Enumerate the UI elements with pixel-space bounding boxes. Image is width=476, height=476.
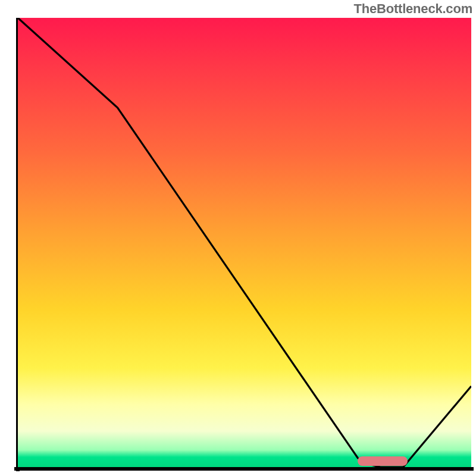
bottleneck-curve <box>18 18 471 467</box>
plot-area <box>18 18 471 467</box>
optimal-range-marker <box>358 456 408 466</box>
watermark-text: TheBottleneck.com <box>353 1 472 17</box>
chart-canvas: TheBottleneck.com <box>0 0 476 476</box>
